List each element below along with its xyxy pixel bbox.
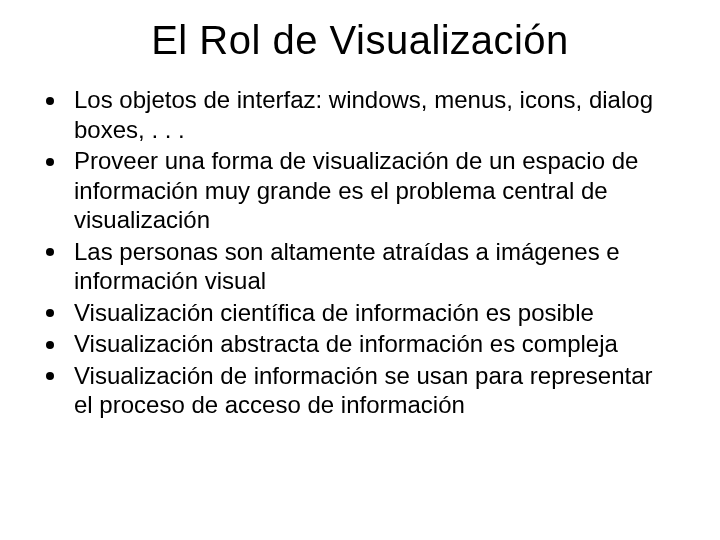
list-item: Proveer una forma de visualización de un…: [40, 146, 670, 235]
slide: El Rol de Visualización Los objetos de i…: [0, 0, 720, 540]
slide-title: El Rol de Visualización: [40, 18, 680, 63]
list-item: Visualización de información se usan par…: [40, 361, 670, 420]
list-item: Los objetos de interfaz: windows, menus,…: [40, 85, 670, 144]
list-item: Visualización abstracta de información e…: [40, 329, 670, 359]
bullet-list: Los objetos de interfaz: windows, menus,…: [40, 85, 680, 420]
list-item: Las personas son altamente atraídas a im…: [40, 237, 670, 296]
list-item: Visualización científica de información …: [40, 298, 670, 328]
